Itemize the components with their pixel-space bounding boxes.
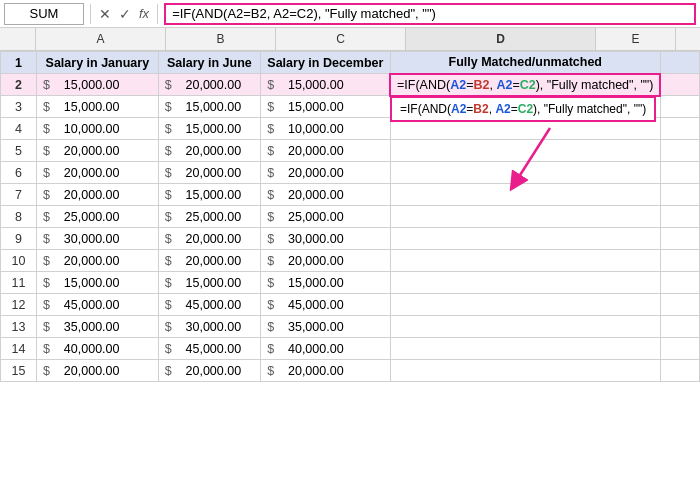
cell-d3[interactable]	[390, 96, 660, 118]
table-row: 3 $ 15,000.00 $ 15,000.00 $ 15,000.00	[1, 96, 700, 118]
cell-a3[interactable]: $ 15,000.00	[37, 96, 159, 118]
cell-a11[interactable]: $ 15,000.00	[37, 272, 159, 294]
cell-c8[interactable]: $ 25,000.00	[261, 206, 390, 228]
cell-e13	[660, 316, 699, 338]
cell-d6[interactable]	[390, 162, 660, 184]
cell-d8[interactable]	[390, 206, 660, 228]
cell-d15[interactable]	[390, 360, 660, 382]
row-num-14: 14	[1, 338, 37, 360]
cell-b11[interactable]: $ 15,000.00	[158, 272, 260, 294]
cell-c4[interactable]: $ 10,000.00	[261, 118, 390, 140]
cell-d5[interactable]	[390, 140, 660, 162]
cell-a12[interactable]: $ 45,000.00	[37, 294, 159, 316]
cell-b1[interactable]: Salary in June	[158, 52, 260, 74]
row-num-13: 13	[1, 316, 37, 338]
formula-bar-divider2	[157, 4, 158, 24]
table-row: 5 $ 20,000.00 $ 20,000.00 $ 20,000.00	[1, 140, 700, 162]
cell-c3[interactable]: $ 15,000.00	[261, 96, 390, 118]
cell-c9[interactable]: $ 30,000.00	[261, 228, 390, 250]
row-num-2: 2	[1, 74, 37, 96]
cell-d2[interactable]: =IF(AND(A2=B2, A2=C2), "Fully matched", …	[390, 74, 660, 96]
cell-a10[interactable]: $ 20,000.00	[37, 250, 159, 272]
table-row: 13 $ 35,000.00 $ 30,000.00 $ 35,000.00	[1, 316, 700, 338]
cell-c13[interactable]: $ 35,000.00	[261, 316, 390, 338]
cell-b14[interactable]: $ 45,000.00	[158, 338, 260, 360]
cell-d1[interactable]: Fully Matched/unmatched	[390, 52, 660, 74]
cell-e12	[660, 294, 699, 316]
formula-input[interactable]	[164, 3, 696, 25]
cell-a1[interactable]: Salary in January	[37, 52, 159, 74]
col-header-b[interactable]: B	[166, 28, 276, 50]
cell-d10[interactable]	[390, 250, 660, 272]
cell-b15[interactable]: $ 20,000.00	[158, 360, 260, 382]
name-box[interactable]	[4, 3, 84, 25]
cell-c1[interactable]: Salary in December	[261, 52, 390, 74]
cell-e2	[660, 74, 699, 96]
cell-e11	[660, 272, 699, 294]
cell-e8	[660, 206, 699, 228]
cell-d4[interactable]	[390, 118, 660, 140]
row-num-9: 9	[1, 228, 37, 250]
table-row: 6 $ 20,000.00 $ 20,000.00 $ 20,000.00	[1, 162, 700, 184]
cell-e4	[660, 118, 699, 140]
cell-a4[interactable]: $ 10,000.00	[37, 118, 159, 140]
cell-e3	[660, 96, 699, 118]
cell-c12[interactable]: $ 45,000.00	[261, 294, 390, 316]
cell-c6[interactable]: $ 20,000.00	[261, 162, 390, 184]
cell-a13[interactable]: $ 35,000.00	[37, 316, 159, 338]
cell-c7[interactable]: $ 20,000.00	[261, 184, 390, 206]
cell-e1	[660, 52, 699, 74]
cell-e6	[660, 162, 699, 184]
cell-b10[interactable]: $ 20,000.00	[158, 250, 260, 272]
cell-a14[interactable]: $ 40,000.00	[37, 338, 159, 360]
cell-b8[interactable]: $ 25,000.00	[158, 206, 260, 228]
cell-e10	[660, 250, 699, 272]
table-row: 2 $ 15,000.00 $ 20,000.00 $ 15,000.00 =I…	[1, 74, 700, 96]
cell-b6[interactable]: $ 20,000.00	[158, 162, 260, 184]
cell-c10[interactable]: $ 20,000.00	[261, 250, 390, 272]
table-row: 12 $ 45,000.00 $ 45,000.00 $ 45,000.00	[1, 294, 700, 316]
cell-b12[interactable]: $ 45,000.00	[158, 294, 260, 316]
cell-d12[interactable]	[390, 294, 660, 316]
cell-d14[interactable]	[390, 338, 660, 360]
cell-c14[interactable]: $ 40,000.00	[261, 338, 390, 360]
cell-a7[interactable]: $ 20,000.00	[37, 184, 159, 206]
col-header-a[interactable]: A	[36, 28, 166, 50]
cancel-icon[interactable]: ✕	[97, 6, 113, 22]
cell-b3[interactable]: $ 15,000.00	[158, 96, 260, 118]
cell-e9	[660, 228, 699, 250]
sheet-table: 1 Salary in January Salary in June Salar…	[0, 51, 700, 382]
confirm-icon[interactable]: ✓	[117, 6, 133, 22]
col-header-e[interactable]: E	[596, 28, 676, 50]
col-header-c[interactable]: C	[276, 28, 406, 50]
cell-b2[interactable]: $ 20,000.00	[158, 74, 260, 96]
row-num-10: 10	[1, 250, 37, 272]
cell-a15[interactable]: $ 20,000.00	[37, 360, 159, 382]
cell-a6[interactable]: $ 20,000.00	[37, 162, 159, 184]
cell-a8[interactable]: $ 25,000.00	[37, 206, 159, 228]
cell-a2[interactable]: $ 15,000.00	[37, 74, 159, 96]
cell-d7[interactable]	[390, 184, 660, 206]
cell-b7[interactable]: $ 15,000.00	[158, 184, 260, 206]
row-num-5: 5	[1, 140, 37, 162]
cell-b9[interactable]: $ 20,000.00	[158, 228, 260, 250]
cell-b4[interactable]: $ 15,000.00	[158, 118, 260, 140]
corner-header	[0, 28, 36, 50]
cell-e5	[660, 140, 699, 162]
cell-b5[interactable]: $ 20,000.00	[158, 140, 260, 162]
cell-d9[interactable]	[390, 228, 660, 250]
cell-d11[interactable]	[390, 272, 660, 294]
cell-a9[interactable]: $ 30,000.00	[37, 228, 159, 250]
row-num-3: 3	[1, 96, 37, 118]
formula-bar-divider	[90, 4, 91, 24]
cell-c15[interactable]: $ 20,000.00	[261, 360, 390, 382]
row-num-12: 12	[1, 294, 37, 316]
cell-c5[interactable]: $ 20,000.00	[261, 140, 390, 162]
cell-c2[interactable]: $ 15,000.00	[261, 74, 390, 96]
cell-a5[interactable]: $ 20,000.00	[37, 140, 159, 162]
cell-d13[interactable]	[390, 316, 660, 338]
cell-b13[interactable]: $ 30,000.00	[158, 316, 260, 338]
col-header-d[interactable]: D	[406, 28, 596, 50]
row-num-7: 7	[1, 184, 37, 206]
cell-c11[interactable]: $ 15,000.00	[261, 272, 390, 294]
